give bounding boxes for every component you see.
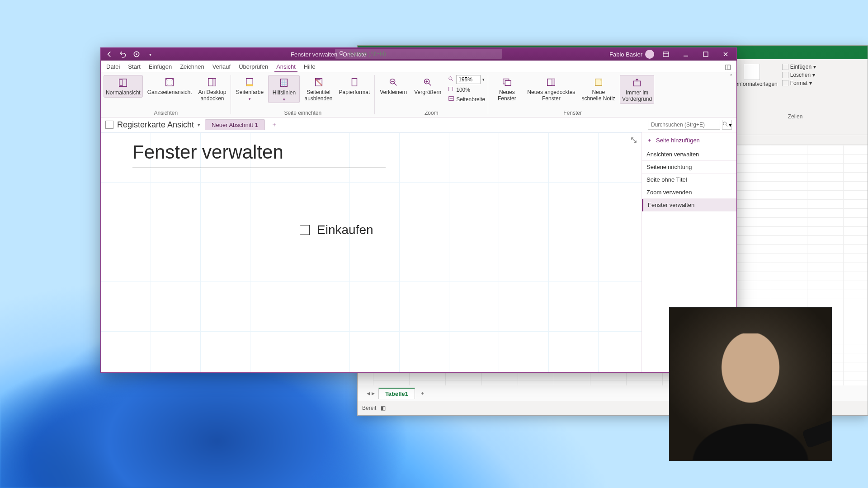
group-fenster-label: Fenster	[488, 110, 657, 116]
add-page-button[interactable]: ＋ Seite hinzufügen	[642, 132, 736, 148]
delete-icon	[782, 72, 788, 78]
todo-text[interactable]: Einkaufen	[317, 223, 373, 237]
paper-size-icon	[348, 76, 361, 89]
tab-einfuegen[interactable]: Einfügen	[149, 63, 172, 72]
excel-insert-label: Einfügen	[790, 64, 811, 70]
new-quick-note-button[interactable]: Neue schnelle Notiz	[580, 75, 617, 103]
page-search-box[interactable]: ▾	[648, 120, 732, 130]
excel-delete-button[interactable]: Löschen ▾	[782, 72, 816, 78]
add-page-label: Seite hinzufügen	[656, 137, 700, 144]
user-avatar	[645, 50, 654, 59]
todo-item[interactable]: Einkaufen	[300, 223, 373, 237]
excel-accessibility-icon[interactable]: ◧	[381, 405, 386, 411]
tab-ueberpruefen[interactable]: Überprüfen	[239, 63, 268, 72]
new-window-icon	[500, 76, 513, 89]
ribbon: ˄ Normalansicht Ganzseitenansicht	[101, 72, 736, 117]
page-search-input[interactable]	[648, 120, 720, 130]
maximize-button[interactable]	[698, 49, 714, 60]
notes-pane-button[interactable]	[725, 64, 731, 72]
tab-hilfe[interactable]: Hilfe	[304, 63, 316, 72]
always-on-top-button[interactable]: Immer im Vordergrund	[620, 75, 654, 104]
zoom-page-width-label: Seitenbreite	[456, 96, 485, 103]
onenote-body: Fenster verwalten Einkaufen ＋ Seite hinz…	[101, 132, 736, 372]
tab-start[interactable]: Start	[128, 63, 140, 72]
hide-page-title-label: Seitentitel ausblenden	[304, 89, 332, 102]
hide-page-title-button[interactable]: Seitentitel ausblenden	[302, 75, 334, 103]
page-item[interactable]: Seite ohne Titel	[642, 174, 736, 186]
full-page-view-button[interactable]: Ganzseitenansicht	[146, 75, 194, 97]
normal-view-label: Normalansicht	[106, 90, 141, 96]
group-ansichten-label: Ansichten	[101, 110, 231, 116]
dock-to-desktop-button[interactable]: An Desktop andocken	[196, 75, 228, 103]
onenote-titlebar[interactable]: ▾ Fenster verwalten - OneNote Fabio Basl…	[101, 48, 736, 61]
new-docked-window-label: Neues angedocktes Fenster	[527, 89, 575, 102]
ribbon-display-options-button[interactable]	[658, 49, 674, 60]
page-item[interactable]: Seiteneinrichtung	[642, 161, 736, 174]
tab-verlauf[interactable]: Verlauf	[212, 63, 231, 72]
notebook-icon	[105, 121, 113, 129]
touch-mode-button[interactable]	[132, 50, 141, 58]
tab-ansicht[interactable]: Ansicht	[276, 63, 296, 72]
svg-point-28	[723, 122, 726, 125]
svg-point-2	[340, 51, 343, 54]
page-color-button[interactable]: Seitenfarbe ▾	[234, 75, 265, 102]
ribbon-tabs: Datei Start Einfügen Zeichnen Verlauf Üb…	[101, 61, 736, 72]
search-icon	[339, 50, 345, 58]
dock-to-desktop-icon	[206, 76, 218, 89]
page-title[interactable]: Fenster verwalten	[132, 141, 386, 163]
zoom-page-width-icon	[448, 95, 454, 103]
page-search-go-button[interactable]: ▾	[722, 120, 732, 130]
normal-view-button[interactable]: Normalansicht	[104, 75, 143, 98]
zoom-percent-icon	[448, 76, 454, 84]
new-window-button[interactable]: Neues Fenster	[491, 75, 523, 103]
add-section-button[interactable]: ＋	[269, 120, 279, 130]
zoom-percent-field[interactable]: ▾	[448, 75, 485, 84]
search-icon	[722, 121, 729, 129]
zoom-in-button[interactable]: Vergrößern	[412, 75, 443, 97]
minimize-button[interactable]	[678, 49, 694, 60]
page-color-label: Seitenfarbe	[236, 89, 264, 96]
new-docked-window-button[interactable]: Neues angedocktes Fenster	[525, 75, 577, 103]
note-canvas[interactable]: Fenster verwalten Einkaufen	[101, 132, 642, 372]
page-item[interactable]: Zoom verwenden	[642, 186, 736, 199]
expand-page-button[interactable]	[630, 136, 638, 144]
notebook-dropdown[interactable]: Registerkarte Ansicht ▾	[105, 120, 200, 130]
zoom-page-width-button[interactable]: Seitenbreite	[448, 95, 485, 103]
undo-button[interactable]	[119, 50, 127, 58]
paper-size-label: Papierformat	[339, 89, 370, 96]
back-button[interactable]	[105, 50, 113, 58]
excel-add-sheet-button[interactable]: ＋	[419, 389, 427, 397]
collapse-ribbon-button[interactable]: ˄	[730, 73, 733, 80]
zoom-100-icon	[448, 86, 454, 94]
close-button[interactable]	[717, 49, 734, 60]
section-tab[interactable]: Neuer Abschnitt 1	[205, 119, 265, 130]
excel-insert-button[interactable]: Einfügen ▾	[782, 64, 816, 70]
excel-sheet-tab[interactable]: Tabelle1	[378, 388, 415, 399]
zoom-100-button[interactable]: 100%	[448, 86, 485, 94]
cell-styles-icon	[744, 64, 760, 80]
signed-in-user[interactable]: Fabio Basler	[609, 50, 654, 59]
rule-lines-icon	[278, 76, 290, 89]
rule-lines-button[interactable]: Hilfslinien ▾	[268, 75, 300, 103]
group-seite-einrichten-label: Seite einrichten	[231, 110, 374, 116]
zoom-out-button[interactable]: Verkleinern	[377, 75, 409, 97]
new-quick-note-icon	[592, 76, 605, 89]
page-item[interactable]: Ansichten verwalten	[642, 148, 736, 161]
qat-customize-button[interactable]: ▾	[146, 50, 154, 58]
search-input[interactable]	[349, 51, 499, 57]
svg-rect-16	[352, 79, 357, 86]
tab-zeichnen[interactable]: Zeichnen	[180, 63, 204, 72]
always-on-top-icon	[631, 76, 643, 89]
sheet-nav-arrows[interactable]: ◂ ▸	[367, 389, 375, 397]
excel-format-button[interactable]: Format ▾	[782, 80, 816, 86]
page-item[interactable]: Fenster verwalten	[642, 199, 736, 211]
svg-rect-25	[552, 79, 555, 86]
todo-checkbox[interactable]	[300, 225, 310, 235]
tab-datei[interactable]: Datei	[106, 63, 120, 72]
search-box[interactable]	[335, 49, 502, 59]
zoom-percent-input[interactable]	[456, 75, 481, 84]
paper-size-button[interactable]: Papierformat	[337, 75, 372, 97]
notebook-title-label: Registerkarte Ansicht	[117, 120, 194, 130]
hide-page-title-icon	[312, 76, 325, 89]
svg-point-1	[136, 53, 137, 55]
